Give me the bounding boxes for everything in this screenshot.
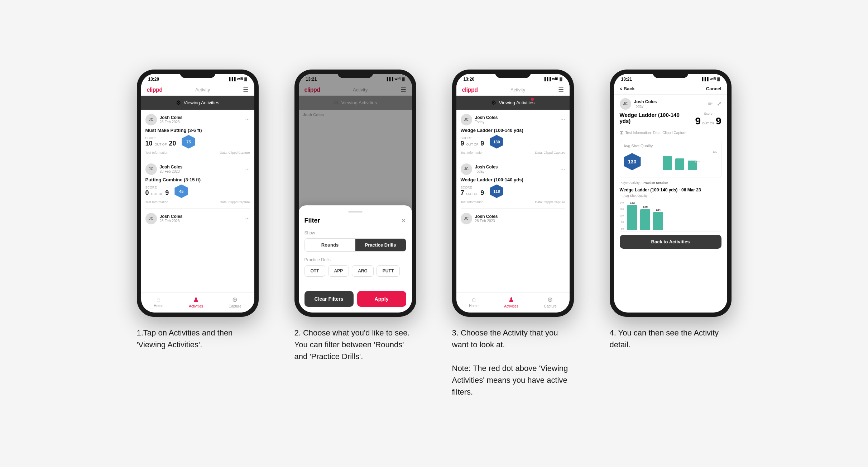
activity-card-1-2[interactable]: JC Josh Coles 28 Feb 2023 ··· Putting Co… — [145, 159, 250, 209]
filter-chip-app[interactable]: APP — [328, 265, 349, 277]
capture-icon-1: ⊕ — [232, 296, 238, 304]
battery-icon: ▓ — [244, 77, 247, 81]
clippd-logo-1: clippd — [147, 87, 163, 93]
filter-chip-putt[interactable]: PUTT — [377, 265, 400, 277]
apply-button[interactable]: Apply — [357, 291, 406, 307]
avatar-3-3: JC — [461, 213, 472, 224]
cancel-button-4[interactable]: Cancel — [706, 86, 721, 91]
home-icon-3: ⌂ — [472, 296, 476, 303]
score-label-3-2: Score — [461, 186, 484, 189]
notch-4 — [653, 70, 689, 78]
avatar-1-3: JC — [145, 213, 157, 224]
battery-icon-4: ▓ — [717, 77, 720, 81]
bottom-nav-activities-3[interactable]: ♟ Activities — [504, 296, 518, 308]
activity-card-3-3[interactable]: JC Josh Coles 28 Feb 2023 — [461, 209, 565, 231]
menu-icon-1[interactable]: ☰ — [243, 86, 249, 94]
svg-rect-0 — [663, 156, 672, 170]
filter-tab-practice-drills[interactable]: Practice Drills — [355, 239, 406, 251]
user-name-1-1: Josh Coles — [160, 115, 245, 120]
card-footer-3-2: Test Information Data: Clippd Capture — [461, 200, 565, 204]
wedge-bar-chart-4: 140 120 100 80 60 132 129 — [620, 200, 721, 232]
avatar-4: JC — [620, 98, 631, 110]
score-value-3-1: 9 — [461, 140, 464, 147]
stats-row-3-2: Score 7 OUT OF 9 118 — [461, 185, 565, 198]
user-info-3-2: Josh Coles Today — [475, 165, 561, 173]
filter-close-2[interactable]: ✕ — [401, 217, 406, 225]
card-header-1-1: JC Josh Coles 28 Feb 2023 ··· — [145, 114, 250, 125]
activity-card-3-1[interactable]: JC Josh Coles Today ··· Wedge Ladder (10… — [461, 110, 565, 159]
more-icon-3-1[interactable]: ··· — [560, 116, 565, 123]
bar-item-1: 132 — [627, 201, 637, 230]
info-icon-4: ⓘ — [620, 130, 623, 135]
bottom-nav-capture-1[interactable]: ⊕ Capture — [229, 296, 241, 308]
card-header-3-3: JC Josh Coles 28 Feb 2023 — [461, 213, 565, 224]
bottom-nav-activities-1[interactable]: ♟ Activities — [189, 296, 203, 308]
shots-value-3-1: 9 — [480, 140, 484, 147]
home-label-1: Home — [154, 304, 163, 308]
user-name-3-3: Josh Coles — [475, 214, 565, 219]
clear-filters-button[interactable]: Clear Filters — [304, 291, 354, 307]
user-date-1-1: 28 Feb 2023 — [160, 120, 245, 124]
user-info-1-2: Josh Coles 28 Feb 2023 — [160, 165, 245, 173]
activity-card-3-2[interactable]: JC Josh Coles Today ··· Wedge Ladder (10… — [461, 159, 565, 209]
back-to-activities-button[interactable]: Back to Activities — [620, 235, 721, 249]
footer-left-1-1: Test Information — [145, 151, 168, 154]
user-info-3-1: Josh Coles Today — [475, 115, 561, 124]
viewing-banner-text-3: Viewing Activities — [499, 100, 534, 105]
filter-drills-label-2: Practice Drills — [304, 257, 406, 262]
info-text2-4: Data: Clippd Capture — [653, 131, 686, 135]
stat-score-3-1: Score 9 OUT OF 9 — [461, 136, 484, 147]
stat-score-1-1: Score 10 OUT OF 20 — [145, 136, 176, 147]
more-icon-3-2[interactable]: ··· — [560, 166, 565, 172]
user-date-3-2: Today — [475, 170, 561, 173]
avatar-3-2: JC — [461, 163, 472, 175]
nav-bar-1: clippd Activity ☰ — [141, 83, 254, 96]
wifi-icon: wifi — [237, 77, 243, 81]
score-label-1-1: Score — [145, 136, 176, 140]
filter-show-label-2: Show — [304, 230, 406, 235]
card-header-1-3: JC Josh Coles 28 Feb 2023 ··· — [145, 213, 250, 224]
menu-icon-3[interactable]: ☰ — [558, 86, 564, 94]
filter-tab-rounds[interactable]: Rounds — [305, 239, 355, 251]
edit-icon-4[interactable]: ✏ — [708, 100, 713, 107]
user-date-3-3: 28 Feb 2023 — [475, 219, 565, 223]
viewing-banner-1[interactable]: ⚙ Viewing Activities — [141, 96, 254, 110]
more-icon-1-1[interactable]: ··· — [245, 116, 250, 123]
filter-header-2: Filter ✕ — [304, 217, 406, 225]
phone-screen-3: 13:20 ▐▐▐ wifi ▓ clippd Activity ☰ ⚙ V — [456, 74, 570, 313]
viewing-banner-3[interactable]: ⚙ Viewing Activities — [456, 96, 570, 110]
bottom-nav-1: ⌂ Home ♟ Activities ⊕ Capture — [141, 292, 254, 313]
footer-right-1-2: Data: Clippd Capture — [220, 200, 250, 204]
back-button-4[interactable]: < Back — [620, 86, 635, 91]
user-text-4: Josh Coles Today — [634, 99, 657, 108]
activities-label-1: Activities — [189, 304, 203, 308]
more-icon-1-3[interactable]: ··· — [245, 215, 250, 222]
card-title-3-2: Wedge Ladder (100-140 yds) — [461, 177, 565, 182]
share-icon-4[interactable]: ⤢ — [717, 100, 721, 107]
more-icon-1-2[interactable]: ··· — [245, 166, 250, 172]
stats-row-1-2: Score 0 OUT OF 9 45 — [145, 185, 250, 198]
shots-val-4: 9 — [716, 115, 721, 127]
shots-value-3-2: 9 — [480, 189, 484, 197]
score-display-4: 9 OUT OF 9 — [695, 115, 721, 127]
score-val-4: 9 — [695, 115, 701, 127]
user-info-1-3: Josh Coles 28 Feb 2023 — [160, 214, 245, 223]
user-date-4: Today — [634, 104, 657, 108]
card-title-3-1: Wedge Ladder (100-140 yds) — [461, 128, 565, 133]
activity-card-1-3[interactable]: JC Josh Coles 28 Feb 2023 ··· — [145, 209, 250, 231]
notch-2 — [337, 70, 373, 78]
filter-chip-arg[interactable]: ARG — [352, 265, 374, 277]
filter-modal-2: Filter ✕ Show Rounds Practice Drills Pra… — [299, 205, 412, 313]
user-date-3-1: Today — [475, 120, 561, 124]
filter-chip-ott[interactable]: OTT — [304, 265, 325, 277]
wedge-chart-section-4: Wedge Ladder (100-140 yds) - 06 Mar 23 →… — [620, 187, 721, 232]
phone-frame-2: 13:21 ▐▐▐ wifi ▓ clippd Activity ☰ ⚙ V — [294, 70, 416, 317]
shots-value-1-2: 9 — [165, 189, 169, 197]
footer-left-3-1: Test Information — [461, 151, 484, 154]
bottom-nav-capture-3[interactable]: ⊕ Capture — [544, 296, 557, 308]
svg-rect-1 — [675, 158, 684, 170]
signal-icon-3: ▐▐▐ — [543, 77, 551, 81]
bottom-nav-home-1[interactable]: ⌂ Home — [154, 296, 163, 308]
activity-card-1-1[interactable]: JC Josh Coles 28 Feb 2023 ··· Must Make … — [145, 110, 250, 159]
bottom-nav-home-3[interactable]: ⌂ Home — [469, 296, 479, 308]
